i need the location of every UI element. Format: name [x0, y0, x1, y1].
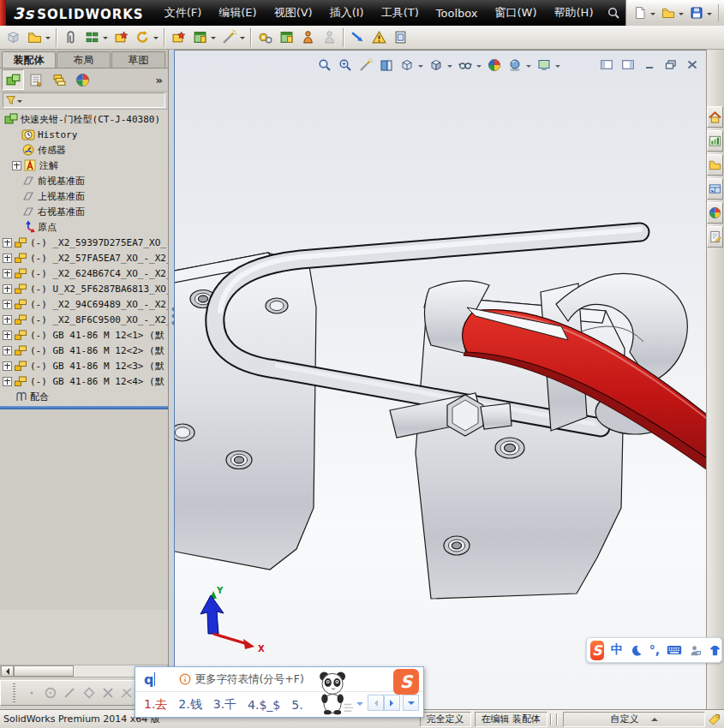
save-button[interactable] — [686, 3, 707, 23]
tab-sketch[interactable]: 草图 — [111, 51, 165, 68]
tree-item-root[interactable]: 快速夹钳-门栓型(CT-J-40380) — [0, 111, 168, 127]
expand-toggle[interactable] — [3, 300, 12, 309]
tree-item-fastener[interactable]: (-) GB 41-86 M 12<4> (默 — [0, 373, 168, 389]
expand-toggle[interactable] — [3, 377, 12, 386]
section-view-icon[interactable] — [377, 57, 396, 74]
reference-geometry-button[interactable] — [218, 27, 240, 48]
fullwidth-moon-icon[interactable] — [630, 644, 643, 657]
assembly-features-button[interactable] — [189, 27, 211, 48]
soft-keyboard-icon[interactable] — [667, 644, 682, 656]
candidate-1[interactable]: 1.去 — [144, 697, 167, 713]
expand-up-arrow[interactable] — [651, 714, 658, 721]
tree-item-component[interactable]: (-) _X2_624B67C4_XO_-_X2_9 — [0, 266, 168, 281]
custom-cell[interactable]: 自定义 — [563, 712, 705, 727]
custom-properties-icon[interactable] — [707, 226, 723, 248]
expand-candidates-button[interactable] — [403, 695, 419, 711]
account-icon[interactable] — [689, 644, 702, 657]
point-tool-icon[interactable] — [24, 684, 39, 701]
tree-item-origin[interactable]: 原点 — [0, 219, 168, 235]
save-dropdown-arrow[interactable] — [707, 13, 712, 18]
new-document-button[interactable] — [630, 3, 650, 23]
polygon-tool-icon[interactable] — [81, 684, 96, 701]
chamfer-tool-icon[interactable] — [119, 684, 135, 701]
menu-toolbox[interactable]: Toolbox — [428, 0, 487, 26]
component-preview-button[interactable] — [319, 27, 340, 48]
dropdown-arrow[interactable] — [240, 37, 245, 42]
tree-item-front-plane[interactable]: 前视基准面 — [0, 173, 168, 188]
scrollbar-thumb[interactable] — [14, 665, 74, 677]
solidworks-resources-icon[interactable] — [707, 106, 723, 128]
menu-tools[interactable]: 工具(T) — [373, 0, 428, 26]
menu-edit[interactable]: 编辑(E) — [210, 0, 265, 26]
view-settings-icon[interactable] — [535, 57, 553, 74]
open-document-button[interactable] — [658, 3, 679, 23]
expand-toggle[interactable] — [3, 346, 12, 355]
chinese-mode-toggle[interactable]: 中 — [611, 642, 623, 658]
tag-icon[interactable] — [705, 712, 724, 727]
external-reference-button[interactable] — [347, 27, 368, 48]
open-dropdown-arrow[interactable] — [679, 13, 684, 18]
candidate-2[interactable]: 2.钱 — [178, 697, 201, 713]
large-assembly-mode-button[interactable] — [297, 27, 319, 48]
linear-pattern-button[interactable] — [81, 27, 103, 48]
toolbar-drag-grip[interactable] — [13, 683, 15, 702]
collapse-right-pane-icon[interactable] — [620, 58, 636, 71]
featuremanager-tree-tab[interactable] — [2, 69, 24, 90]
collapse-left-pane-icon[interactable] — [599, 58, 614, 71]
view-palette-icon[interactable] — [707, 178, 723, 200]
menu-help[interactable]: 帮助(H) — [546, 0, 602, 26]
appearances-scenes-icon[interactable] — [707, 202, 723, 224]
ime-composition-input[interactable]: q — [144, 671, 153, 688]
dropdown-arrow[interactable] — [555, 65, 560, 70]
punctuation-toggle[interactable]: °, — [649, 643, 660, 657]
dropdown-arrow[interactable] — [476, 65, 482, 70]
mate-button[interactable] — [60, 27, 81, 48]
menu-view[interactable]: 视图(V) — [266, 0, 321, 26]
tree-item-history[interactable]: History — [0, 127, 168, 142]
next-page-button[interactable] — [384, 695, 400, 711]
tree-item-component[interactable]: (-) _X2_57FA5EA7_XO_-_X2_9 — [0, 250, 168, 266]
dropdown-arrow[interactable] — [45, 37, 51, 42]
close-document-button[interactable] — [685, 58, 700, 71]
manager-tabs-overflow[interactable]: » — [156, 74, 166, 87]
menu-insert[interactable]: 插入(I) — [321, 0, 373, 26]
tree-item-sensors[interactable]: 传感器 — [0, 142, 168, 158]
tab-assembly[interactable]: 装配体 — [2, 51, 56, 68]
property-manager-tab[interactable] — [25, 69, 47, 90]
edit-appearance-icon[interactable] — [485, 57, 504, 74]
interference-detection-button[interactable] — [368, 27, 390, 48]
trim-tool-icon[interactable] — [100, 684, 116, 701]
display-style-icon[interactable] — [427, 57, 446, 74]
dropdown-arrow[interactable] — [447, 65, 452, 70]
expand-toggle[interactable] — [3, 361, 12, 371]
scroll-left-arrow[interactable] — [1, 665, 14, 677]
minimize-document-button[interactable] — [642, 58, 657, 71]
tree-item-component[interactable]: (-) _X2_8F6C9500_XO_-_X2_9 — [0, 312, 168, 327]
tree-item-right-plane[interactable]: 右视基准面 — [0, 204, 168, 219]
snapshot-button[interactable] — [390, 27, 411, 48]
move-component-button[interactable] — [132, 27, 153, 48]
panel-resize-splitter[interactable] — [169, 50, 175, 709]
tab-layout[interactable]: 布局 — [57, 51, 111, 68]
smart-fasteners-button[interactable] — [111, 27, 132, 48]
tree-item-top-plane[interactable]: 上视基准面 — [0, 188, 168, 204]
dropdown-arrow[interactable] — [211, 37, 216, 42]
zoom-to-fit-icon[interactable] — [315, 57, 334, 74]
apply-scene-icon[interactable] — [506, 57, 524, 74]
tree-item-annotations[interactable]: 注解 — [0, 158, 168, 173]
filter-dropdown-arrow[interactable] — [17, 100, 22, 105]
line-tool-icon[interactable] — [62, 684, 77, 701]
show-hidden-components-button[interactable] — [168, 27, 189, 48]
tree-item-fastener[interactable]: (-) GB 41-86 M 12<2> (默 — [0, 343, 168, 358]
expand-toggle[interactable] — [3, 284, 12, 294]
dropdown-arrow[interactable] — [153, 37, 159, 42]
circle-tool-icon[interactable] — [43, 684, 58, 701]
tree-item-fastener[interactable]: (-) GB 41-86 M 12<1> (默 — [0, 327, 168, 343]
expand-toggle[interactable] — [3, 254, 12, 263]
tree-item-mates[interactable]: 配合 — [0, 389, 168, 404]
motion-study-button[interactable] — [254, 27, 276, 48]
open-part-button[interactable] — [24, 27, 45, 48]
tree-item-component[interactable]: (-) U_X2_5F6287BA6813_XO_- — [0, 281, 168, 296]
configuration-manager-tab[interactable] — [48, 69, 70, 90]
view-orientation-icon[interactable] — [398, 57, 416, 74]
